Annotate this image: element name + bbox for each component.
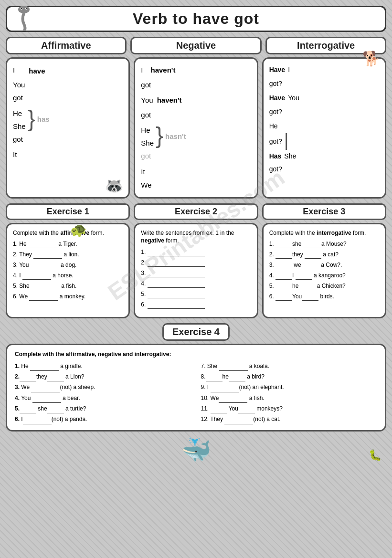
interrog-got2: got? xyxy=(269,105,379,118)
neg-pronoun-she: She xyxy=(141,137,154,149)
bracket-group-has: He She } has xyxy=(13,107,123,133)
snake-decoration xyxy=(12,5,36,31)
interrog-have-you: Have You xyxy=(269,92,379,105)
ex2-line3: 3. xyxy=(141,269,251,277)
ex3-line6: 6. You birds. xyxy=(269,292,379,301)
neg-he-she-it: He She xyxy=(141,124,154,149)
ex2-line2: 2. xyxy=(141,258,251,267)
section-headers: Affirmative Negative Interrogative xyxy=(6,37,386,54)
ex4-r4: 10. We a fish. xyxy=(201,393,378,403)
grammar-row: I You have got He She } has got xyxy=(6,57,386,199)
ex1-header: Exercise 1 xyxy=(6,203,130,220)
ex4-instructions: Complete with the affirmative, negative … xyxy=(15,351,377,358)
ex2-header: Exercise 2 xyxy=(134,203,258,220)
negative-box: I haven't got You haven't got He She } h… xyxy=(134,57,258,199)
interrog-bracket: | xyxy=(284,132,288,149)
neg-havent: haven't xyxy=(151,63,176,77)
whale-icon: 🐳 xyxy=(6,436,386,464)
ex4-header: Exercise 4 xyxy=(162,323,230,341)
page-title: Verb to have got xyxy=(12,10,380,28)
ex4-r3: 9. I (not) an elephant. xyxy=(201,382,378,392)
ex4-l1: 1. He a giraffe. xyxy=(15,361,191,371)
interrog-has-she-group: got? | xyxy=(269,134,379,149)
ex4-grid: 1. He a giraffe. 7. She a koala. 2.they … xyxy=(15,361,377,424)
neg-hasnt: hasn't xyxy=(165,130,186,144)
ex2-line4: 4. xyxy=(141,279,251,288)
ex1-instructions: Complete with the affirmative form. xyxy=(13,229,123,237)
affirmative-verb-have: have xyxy=(29,64,45,78)
svg-point-4 xyxy=(26,8,27,9)
verb-has: has xyxy=(37,113,50,126)
verb-have: have xyxy=(29,67,45,75)
ex4-l3: 3. We (not) a sheep. xyxy=(15,382,191,392)
neg-got1: got xyxy=(141,78,251,92)
interrog-you: You xyxy=(288,92,299,105)
exercise3-box: Complete with the interrogative form. 1.… xyxy=(262,223,386,318)
pronoun-it: It xyxy=(13,148,123,162)
ex3-instructions: Complete with the interrogative form. xyxy=(269,229,379,237)
neg-got2: got xyxy=(141,108,251,122)
pronoun-you: You xyxy=(13,78,25,91)
interrog-have2: Have xyxy=(269,92,285,105)
ex4-header-wrap: Exercise 4 xyxy=(6,323,386,341)
neg-i-row: I haven't xyxy=(141,63,251,77)
right-bracket: } xyxy=(28,107,35,130)
neg-pronoun-we: We xyxy=(141,179,251,192)
interrog-i: I xyxy=(288,63,290,76)
exercise1-box: 🐢 Complete with the affirmative form. 1.… xyxy=(6,223,130,318)
ex4-r5: 11. You monkeys? xyxy=(201,404,378,413)
ex1-line4: 4. I a horse. xyxy=(13,271,123,280)
exercise2-box: Write the sentences from ex. 1 in the ne… xyxy=(134,223,258,318)
interrog-she: She xyxy=(284,150,296,163)
exercise-headers: Exercise 1 Exercise 2 Exercise 3 xyxy=(6,203,386,220)
interrog-got4: got? xyxy=(269,163,379,176)
interrog-has: Has xyxy=(269,150,282,163)
ex4-l5: 5. she a turtle? xyxy=(15,404,191,413)
ex4-l4: 4. You a bear. xyxy=(15,393,191,403)
negative-content: I haven't got You haven't got He She } h… xyxy=(141,63,251,192)
pronoun-she: She xyxy=(13,120,26,133)
affirmative-header: Affirmative xyxy=(6,37,127,54)
ex3-line4: 4. I a kangaroo? xyxy=(269,271,379,280)
interrogative-box: 🐕 Have I got? Have You got? He got? xyxy=(262,57,386,199)
neg-pronoun-he: He xyxy=(141,124,154,137)
neg-you-row: You haven't xyxy=(141,94,251,107)
neg-pronoun-i: I xyxy=(141,63,143,77)
turtle-icon: 🐢 xyxy=(70,222,87,238)
exercises-row: 🐢 Complete with the affirmative form. 1.… xyxy=(6,223,386,318)
raccoon-icon: 🦝 xyxy=(105,177,124,195)
neg-bracket-group: He She } hasn't xyxy=(141,124,251,149)
title-bar: Verb to have got xyxy=(6,6,386,32)
ex2-line5: 5. xyxy=(141,290,251,298)
ex4-l2: 2.they a Lion? xyxy=(15,372,191,381)
svg-point-3 xyxy=(21,8,22,9)
got-line: got xyxy=(13,91,123,105)
interrog-got1: got? xyxy=(269,77,379,90)
ex4-r6: 12. They (not) a cat. xyxy=(201,414,378,424)
exercise4-box: Complete with the affirmative, negative … xyxy=(6,344,386,432)
ex2-line1: 1. xyxy=(141,248,251,256)
negative-header: Negative xyxy=(130,37,262,54)
he-she-it-group: He She xyxy=(13,107,26,133)
affirmative-box: I You have got He She } has got xyxy=(6,57,130,199)
ex3-header: Exercise 3 xyxy=(262,203,386,220)
ex3-line1: 1. she a Mouse? xyxy=(269,240,379,248)
interrogative-content: Have I got? Have You got? He got? | xyxy=(269,63,379,175)
neg-pronoun-you: You xyxy=(141,94,153,107)
ex3-line5: 5. he a Chicken? xyxy=(269,282,379,290)
dog-icon: 🐕 xyxy=(362,50,380,67)
neg-havent2: haven't xyxy=(157,94,182,107)
ex2-bold: negative xyxy=(141,237,164,244)
bug-icon: 🐛 xyxy=(369,449,381,462)
ex1-line5: 5. She a fish. xyxy=(13,282,123,290)
ex2-instructions: Write the sentences from ex. 1 in the ne… xyxy=(141,229,251,245)
ex2-line6: 6. xyxy=(141,300,251,309)
affirmative-content: I You have got He She } has got xyxy=(13,63,123,162)
interrog-has-she: Has She xyxy=(269,150,379,163)
ex1-line6: 6. We a monkey. xyxy=(13,292,123,301)
ex3-bold: interrogative xyxy=(317,230,351,236)
pronoun-i: I xyxy=(13,63,25,76)
neg-pronoun-it: It xyxy=(141,165,251,179)
ex4-r2: 8.he a bird? xyxy=(201,372,378,381)
ex1-line3: 3. You a dog. xyxy=(13,261,123,269)
